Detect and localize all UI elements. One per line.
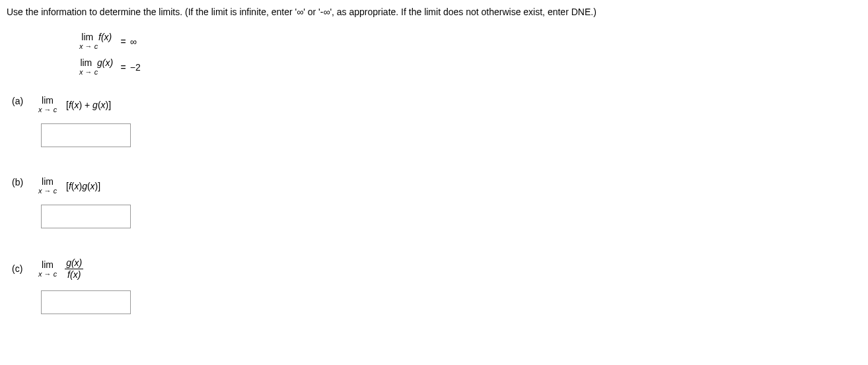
fraction-denominator: f(x) — [65, 269, 83, 280]
answer-input-c[interactable] — [41, 290, 131, 314]
expression-b: [f(x)g(x)] — [63, 181, 100, 191]
part-a-expression: lim x → c [f(x) + g(x)] — [38, 96, 111, 114]
lim-label: lim — [42, 96, 54, 105]
limit-value-g: −2 — [130, 62, 141, 73]
fraction: g(x) f(x) — [63, 258, 85, 281]
lim-label: lim f(x) — [81, 32, 112, 42]
part-a: (a) lim x → c [f(x) + g(x)] — [7, 96, 861, 147]
limit-notation: lim x → c — [38, 177, 57, 195]
given-limits: lim f(x) x → c = ∞ lim g(x) x → c = −2 — [79, 32, 861, 76]
part-c: (c) lim x → c g(x) f(x) — [7, 258, 861, 314]
given-limit-f: lim f(x) x → c = ∞ — [79, 32, 861, 50]
expression-a: [f(x) + g(x)] — [63, 100, 111, 110]
lim-label: lim — [42, 260, 54, 269]
lim-approach: x → c — [38, 187, 57, 195]
expression-c: g(x) f(x) — [63, 258, 85, 281]
part-a-label: (a) — [7, 96, 38, 106]
part-c-label: (c) — [7, 258, 38, 274]
part-c-expression: lim x → c g(x) f(x) — [38, 258, 85, 281]
lim-approach: x → c — [38, 106, 57, 114]
lim-label: lim — [42, 177, 54, 186]
limit-notation: lim g(x) x → c — [79, 58, 114, 76]
fraction-numerator: g(x) — [63, 258, 85, 269]
answer-input-b[interactable] — [41, 205, 131, 228]
part-b-label: (b) — [7, 177, 38, 187]
limit-notation: lim x → c — [38, 96, 57, 114]
lim-approach: x → c — [79, 69, 114, 76]
equals-sign: = — [121, 36, 126, 47]
question-instructions: Use the information to determine the lim… — [7, 5, 861, 19]
lim-label: lim g(x) — [80, 58, 113, 67]
equals-sign: = — [121, 62, 126, 73]
given-limit-g: lim g(x) x → c = −2 — [79, 58, 861, 76]
limit-value-f: ∞ — [130, 36, 137, 47]
lim-approach: x → c — [38, 271, 57, 278]
lim-approach: x → c — [79, 43, 114, 50]
limit-notation: lim f(x) x → c — [79, 32, 114, 50]
answer-input-a[interactable] — [41, 123, 131, 147]
part-b-expression: lim x → c [f(x)g(x)] — [38, 177, 100, 195]
part-b: (b) lim x → c [f(x)g(x)] — [7, 177, 861, 228]
limit-notation: lim x → c — [38, 260, 57, 278]
